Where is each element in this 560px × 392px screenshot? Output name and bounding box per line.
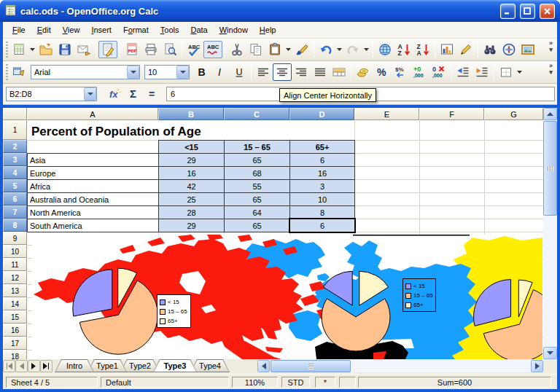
vertical-scroll-thumb[interactable] (543, 121, 557, 216)
name-box-dropdown[interactable] (84, 87, 96, 101)
align-left-icon[interactable] (254, 63, 273, 81)
increase-indent-icon[interactable] (472, 63, 491, 81)
sort-ascending-icon[interactable]: AZ (394, 41, 413, 58)
hyperlink-icon[interactable] (376, 41, 394, 58)
page-preview-icon[interactable] (160, 41, 179, 58)
auto-spellcheck-icon[interactable]: ABC (203, 41, 222, 58)
row-header-18[interactable]: 18 (3, 350, 27, 359)
decrease-indent-icon[interactable] (454, 63, 472, 81)
minimize-button[interactable] (500, 4, 516, 19)
horizontal-scroll-thumb[interactable] (271, 360, 351, 372)
redo-icon[interactable] (343, 41, 362, 58)
spellcheck-icon[interactable]: ABC (184, 41, 203, 58)
cell-B4[interactable]: 16 (158, 166, 225, 180)
cell-B7[interactable]: 28 (158, 205, 225, 219)
cut-icon[interactable] (228, 41, 246, 58)
italic-icon[interactable]: I (211, 63, 230, 81)
row-header-14[interactable]: 14 (3, 297, 27, 310)
row-header-10[interactable]: 10 (3, 245, 27, 258)
name-box[interactable]: B2:D8 (6, 87, 97, 101)
tab-nav-prev[interactable] (15, 360, 28, 372)
tab-nav-first[interactable] (3, 360, 15, 372)
function-wizard-icon[interactable]: fx (105, 85, 124, 103)
sheet-tab-intro[interactable]: Intro (55, 359, 94, 372)
status-sum[interactable]: Sum=600 (358, 377, 551, 388)
cell-header-<15[interactable]: <15 (158, 140, 225, 154)
cell-header-65+[interactable]: 65+ (289, 140, 355, 154)
delete-decimal-icon[interactable]: 0,000 (429, 63, 448, 81)
font-name-dropdown[interactable] (127, 66, 139, 79)
active-cell-D8[interactable] (289, 218, 356, 233)
undo-icon[interactable] (316, 41, 335, 58)
export-pdf-icon[interactable]: PDF (122, 41, 141, 58)
row-header-7[interactable]: 7 (3, 205, 27, 219)
font-size-dropdown[interactable] (176, 66, 189, 79)
row-header-11[interactable]: 11 (3, 258, 27, 271)
align-right-icon[interactable] (292, 63, 311, 81)
number-currency-icon[interactable] (354, 63, 373, 81)
column-header-D[interactable]: D (289, 108, 354, 120)
menu-format[interactable]: Format (117, 23, 155, 36)
align-justified-icon[interactable] (311, 63, 330, 81)
column-header-G[interactable]: G (484, 108, 543, 120)
new-document-icon[interactable] (9, 41, 28, 58)
cell-C8[interactable]: 65 (224, 219, 290, 232)
column-header-B[interactable]: B (158, 108, 224, 120)
cell-C4[interactable]: 68 (224, 166, 290, 180)
row-header-16[interactable]: 16 (3, 324, 27, 337)
vertical-scrollbar[interactable] (543, 108, 557, 359)
find-replace-icon[interactable] (481, 41, 499, 58)
borders-icon[interactable] (497, 63, 516, 81)
status-sheet[interactable]: Sheet 4 / 5 (6, 377, 98, 388)
status-zoom[interactable]: 110% (232, 377, 278, 388)
menu-data[interactable]: Data (184, 23, 213, 36)
gallery-icon[interactable] (518, 41, 537, 58)
row-header-17[interactable]: 17 (3, 337, 27, 350)
align-center-icon[interactable] (273, 63, 292, 81)
sort-descending-icon[interactable]: ZA (413, 41, 432, 58)
column-header-C[interactable]: C (224, 108, 289, 120)
undo-dropdown[interactable] (335, 41, 343, 58)
cell-B3[interactable]: 29 (158, 153, 225, 167)
menu-edit[interactable]: Edit (31, 23, 57, 36)
print-icon[interactable] (141, 41, 160, 58)
maximize-button[interactable] (520, 4, 535, 19)
cell-A8[interactable]: South America (27, 219, 159, 232)
cell-D6[interactable]: 10 (289, 192, 355, 206)
row-header-4[interactable]: 4 (3, 166, 27, 179)
insert-chart-icon[interactable] (438, 41, 456, 58)
status-selection-mode[interactable]: STD (281, 377, 310, 388)
menu-file[interactable]: File (7, 23, 31, 36)
row-header-13[interactable]: 13 (3, 284, 27, 297)
menu-insert[interactable]: Insert (85, 23, 117, 36)
cell-C7[interactable]: 64 (224, 205, 290, 219)
horizontal-scrollbar[interactable] (257, 360, 543, 372)
sum-icon[interactable]: Σ (124, 85, 143, 103)
cell-C6[interactable]: 65 (224, 192, 290, 206)
row-header-9[interactable]: 9 (3, 232, 27, 245)
cell-B8[interactable]: 29 (158, 219, 225, 232)
underline-icon[interactable]: U (230, 63, 249, 81)
status-page-style[interactable]: Default (101, 377, 229, 388)
scroll-up-button[interactable] (543, 108, 557, 120)
scroll-right-button[interactable] (531, 360, 543, 372)
toolbar-overflow-icon[interactable]: »▾ (546, 63, 556, 76)
styles-window-icon[interactable] (9, 63, 28, 81)
open-folder-icon[interactable] (36, 41, 55, 58)
merge-cells-icon[interactable] (330, 63, 349, 81)
row-header-5[interactable]: 5 (3, 179, 27, 192)
cell-A3[interactable]: Asia (27, 153, 159, 167)
navigator-icon[interactable] (499, 41, 518, 58)
cell-A7[interactable]: North America (27, 205, 159, 219)
close-button[interactable] (540, 4, 555, 19)
cell-C3[interactable]: 65 (224, 153, 290, 167)
row-header-8[interactable]: 8 (3, 219, 27, 232)
scroll-down-button[interactable] (543, 347, 557, 359)
tab-nav-last[interactable] (40, 360, 52, 372)
font-name-combo[interactable]: Arial (31, 65, 140, 79)
tab-nav-next[interactable] (28, 360, 40, 372)
paste-dropdown[interactable] (284, 41, 292, 58)
column-header-E[interactable]: E (354, 108, 419, 120)
column-header-A[interactable]: A (27, 108, 158, 120)
world-map-pie-chart[interactable] (32, 235, 542, 359)
